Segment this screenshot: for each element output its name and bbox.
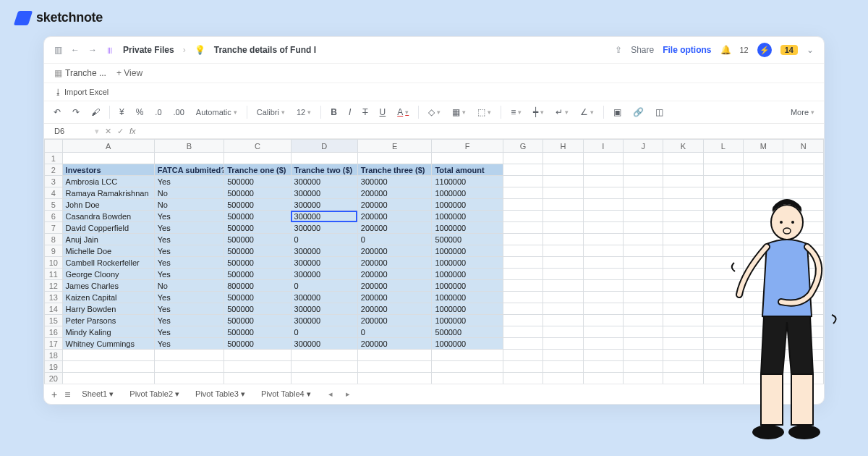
cell[interactable]: Yes [154, 211, 224, 222]
cell[interactable] [623, 199, 663, 211]
cell[interactable] [623, 338, 663, 350]
row-header[interactable]: 20 [45, 373, 63, 384]
undo-button[interactable]: ↶ [51, 106, 63, 119]
cell[interactable] [583, 361, 623, 373]
column-header[interactable]: G [503, 140, 542, 153]
column-header[interactable]: I [583, 140, 623, 153]
cell[interactable] [583, 338, 623, 350]
cell[interactable]: 500000 [224, 245, 291, 257]
cell[interactable] [224, 350, 291, 361]
cell[interactable]: 300000 [291, 257, 357, 269]
cell[interactable] [703, 280, 743, 292]
cell[interactable] [623, 211, 663, 222]
cell[interactable]: Ramaya Ramakrishnan [62, 187, 154, 199]
share-icon[interactable]: ⇪ [615, 45, 622, 55]
borders-button[interactable]: ▦ [450, 106, 468, 119]
cell[interactable] [703, 164, 743, 176]
cell[interactable]: 200000 [357, 338, 432, 350]
row-header[interactable]: 16 [45, 326, 63, 338]
cell[interactable] [744, 234, 783, 245]
cell[interactable] [583, 245, 623, 257]
cell[interactable] [583, 292, 623, 303]
cell[interactable] [623, 176, 663, 187]
cell[interactable] [623, 187, 663, 199]
cell[interactable]: 1000000 [432, 292, 503, 303]
cell[interactable]: 200000 [357, 211, 432, 222]
cell[interactable]: 1000000 [432, 211, 503, 222]
cell[interactable] [623, 257, 663, 269]
cell[interactable] [583, 187, 623, 199]
cell[interactable]: 500000 [224, 269, 291, 280]
text-color-button[interactable]: A [395, 106, 411, 119]
cell[interactable] [703, 199, 743, 211]
percent-button[interactable]: % [134, 106, 146, 119]
cell[interactable] [583, 234, 623, 245]
cell[interactable] [623, 164, 663, 176]
cell[interactable] [583, 153, 623, 164]
cell[interactable]: Yes [154, 269, 224, 280]
column-header[interactable]: A [62, 140, 154, 153]
cell[interactable] [543, 245, 583, 257]
cell[interactable] [744, 361, 783, 373]
cell[interactable] [543, 222, 583, 234]
cell[interactable] [783, 338, 824, 350]
cell[interactable]: Investors [62, 164, 154, 176]
cell[interactable] [503, 211, 542, 222]
cell[interactable]: Yes [154, 234, 224, 245]
cell[interactable] [583, 373, 623, 384]
row-header[interactable]: 3 [45, 176, 63, 187]
cell[interactable] [703, 303, 743, 315]
row-header[interactable]: 12 [45, 280, 63, 292]
row-header[interactable]: 5 [45, 199, 63, 211]
cell[interactable]: 500000 [224, 257, 291, 269]
cell[interactable] [703, 234, 743, 245]
row-header[interactable]: 18 [45, 350, 63, 361]
cell[interactable] [663, 176, 703, 187]
cell[interactable] [62, 350, 154, 361]
cell[interactable] [783, 153, 824, 164]
row-header[interactable]: 10 [45, 257, 63, 269]
cell[interactable] [543, 234, 583, 245]
cell[interactable] [783, 187, 824, 199]
cell[interactable] [583, 326, 623, 338]
cell[interactable] [503, 350, 542, 361]
cell[interactable]: Yes [154, 176, 224, 187]
cell[interactable] [543, 153, 583, 164]
cell[interactable] [783, 373, 824, 384]
cell[interactable] [703, 245, 743, 257]
cell[interactable]: Yes [154, 315, 224, 326]
cell[interactable]: 500000 [224, 292, 291, 303]
cell[interactable] [623, 153, 663, 164]
cell[interactable] [703, 187, 743, 199]
cell[interactable] [583, 176, 623, 187]
cell[interactable] [744, 350, 783, 361]
cell[interactable] [432, 361, 503, 373]
cell[interactable]: 1000000 [432, 187, 503, 199]
cell[interactable] [543, 315, 583, 326]
rotate-button[interactable]: ∠ [578, 106, 596, 119]
breadcrumb-root[interactable]: Private Files [123, 45, 174, 55]
cell[interactable]: 200000 [357, 222, 432, 234]
column-header[interactable]: D [291, 140, 357, 153]
cell[interactable] [703, 222, 743, 234]
tab-scroll-left-icon[interactable]: ◂ [328, 389, 333, 399]
cell[interactable]: 500000 [432, 234, 503, 245]
cell[interactable]: 200000 [357, 303, 432, 315]
cell[interactable] [291, 361, 357, 373]
column-header[interactable]: E [357, 140, 432, 153]
cell[interactable]: Anuj Jain [62, 234, 154, 245]
cell[interactable] [744, 222, 783, 234]
cell[interactable] [224, 373, 291, 384]
cell[interactable]: 300000 [291, 222, 357, 234]
cell[interactable] [783, 269, 824, 280]
cell[interactable] [783, 199, 824, 211]
cell[interactable]: 300000 [291, 187, 357, 199]
cell[interactable] [583, 211, 623, 222]
cell[interactable] [543, 361, 583, 373]
cell[interactable] [623, 292, 663, 303]
increase-decimal-button[interactable]: .00 [171, 106, 187, 118]
cell[interactable] [291, 153, 357, 164]
cell[interactable] [583, 303, 623, 315]
cell[interactable] [503, 187, 542, 199]
cell[interactable]: 300000 [291, 199, 357, 211]
